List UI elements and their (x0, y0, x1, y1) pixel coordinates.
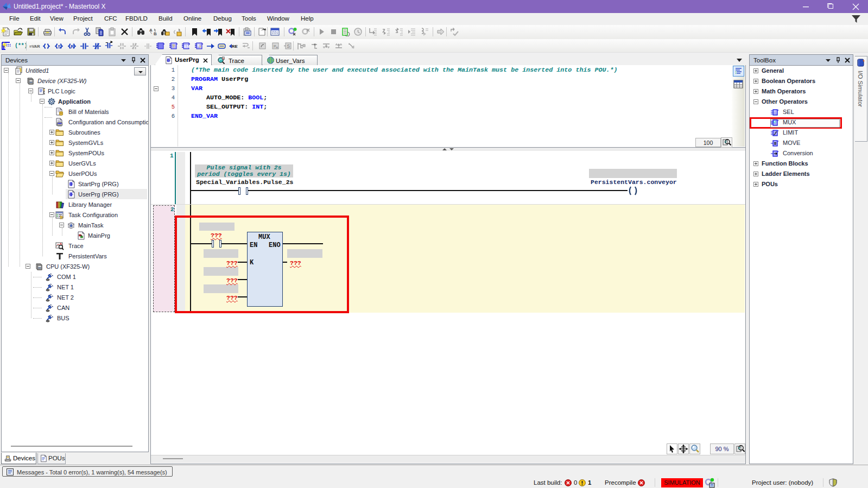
svg-text:?: ? (199, 45, 201, 49)
svg-text:S: S (58, 44, 61, 49)
svg-text:?: ? (172, 43, 175, 49)
svg-text:S: S (287, 43, 290, 49)
svg-text:RET: RET (232, 44, 238, 49)
svg-text:01: 01 (774, 110, 777, 113)
svg-text:w: w (275, 46, 278, 49)
svg-text:EN: EN (184, 44, 189, 49)
svg-text:R: R (71, 44, 74, 49)
